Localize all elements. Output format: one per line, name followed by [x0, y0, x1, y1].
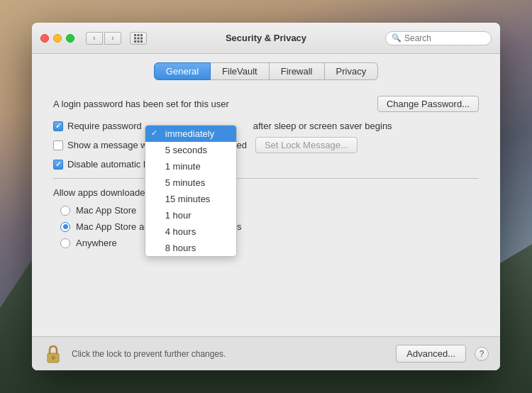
divider — [53, 178, 479, 179]
radio-anywhere-btn[interactable] — [60, 238, 70, 248]
dropdown-item-8hours[interactable]: 8 hours — [145, 240, 236, 256]
footer: Click the lock to prevent further change… — [32, 336, 500, 370]
after-sleep-text: after sleep or screen saver begins — [253, 121, 392, 131]
svg-rect-11 — [52, 358, 54, 360]
search-icon: 🔍 — [392, 33, 401, 43]
login-password-text: A login password has been set for this u… — [53, 99, 370, 109]
main-panel: A login password has been set for this u… — [32, 87, 500, 336]
dropdown-item-5seconds[interactable]: 5 seconds — [145, 142, 236, 158]
dropdown-item-5minutes[interactable]: 5 minutes — [145, 175, 236, 191]
lock-icon-wrapper[interactable] — [43, 343, 63, 365]
require-password-checkbox[interactable] — [53, 121, 63, 131]
require-password-row: Require password immediately 5 seconds 1… — [53, 121, 479, 131]
search-input[interactable] — [404, 33, 485, 43]
minimize-button[interactable] — [53, 34, 62, 43]
search-box[interactable]: 🔍 — [385, 31, 492, 45]
help-button[interactable]: ? — [475, 347, 489, 361]
traffic-lights — [40, 34, 74, 43]
tabs-bar: General FileVault Firewall Privacy — [32, 54, 500, 87]
svg-rect-6 — [134, 40, 136, 43]
forward-button[interactable]: › — [104, 32, 121, 45]
radio-anywhere-label: Anywhere — [76, 238, 117, 248]
dropdown-item-1minute[interactable]: 1 minute — [145, 158, 236, 175]
show-message-row: Show a message when the screen is locked… — [53, 137, 479, 153]
dropdown-item-immediately[interactable]: immediately — [145, 126, 236, 142]
tab-firewall[interactable]: Firewall — [270, 62, 325, 80]
svg-rect-0 — [134, 34, 136, 36]
disable-auto-login-row: Disable automatic login — [53, 159, 479, 170]
svg-rect-1 — [138, 34, 140, 36]
system-preferences-window: ‹ › Security & Privacy 🔍 Gener — [32, 23, 500, 370]
svg-rect-4 — [138, 37, 140, 39]
advanced-button[interactable]: Advanced... — [396, 345, 466, 362]
svg-rect-3 — [134, 37, 136, 39]
dropdown-menu: immediately 5 seconds 1 minute 5 minutes… — [145, 125, 237, 257]
disable-auto-login-checkbox[interactable] — [53, 160, 63, 170]
require-password-label: Require password — [67, 121, 142, 131]
svg-rect-7 — [138, 40, 140, 43]
svg-rect-8 — [140, 40, 143, 43]
maximize-button[interactable] — [66, 34, 74, 43]
radio-identified-developers-btn[interactable] — [60, 222, 70, 232]
dropdown-item-1hour[interactable]: 1 hour — [145, 207, 236, 223]
dropdown-item-15minutes[interactable]: 15 minutes — [145, 191, 236, 207]
svg-rect-5 — [140, 37, 143, 39]
grid-button[interactable] — [130, 32, 147, 45]
radio-mac-app-store-identified: Mac App Store and identified developers — [60, 221, 479, 232]
allow-apps-title: Allow apps downloaded from: — [53, 187, 479, 198]
radio-anywhere: Anywhere — [60, 238, 479, 248]
radio-mac-app-store-btn[interactable] — [60, 206, 70, 216]
radio-mac-app-store: Mac App Store — [60, 205, 479, 216]
titlebar: ‹ › Security & Privacy 🔍 — [32, 23, 500, 54]
lock-icon — [45, 344, 61, 364]
window-title: Security & Privacy — [226, 33, 306, 43]
show-message-checkbox[interactable] — [53, 140, 63, 150]
svg-rect-2 — [140, 34, 143, 36]
content-area: General FileVault Firewall Privacy A log… — [32, 54, 500, 370]
lock-message: Click the lock to prevent further change… — [72, 349, 387, 359]
set-lock-message-button[interactable]: Set Lock Message... — [255, 137, 358, 153]
close-button[interactable] — [40, 34, 49, 43]
tab-filevault[interactable]: FileVault — [211, 62, 270, 80]
back-button[interactable]: ‹ — [86, 32, 103, 45]
change-password-button[interactable]: Change Password... — [377, 96, 479, 112]
tab-general[interactable]: General — [154, 62, 211, 80]
nav-buttons: ‹ › — [86, 32, 121, 45]
tab-privacy[interactable]: Privacy — [325, 62, 379, 80]
dropdown-item-4hours[interactable]: 4 hours — [145, 223, 236, 240]
radio-mac-app-store-label: Mac App Store — [76, 205, 136, 216]
login-password-row: A login password has been set for this u… — [53, 96, 479, 112]
